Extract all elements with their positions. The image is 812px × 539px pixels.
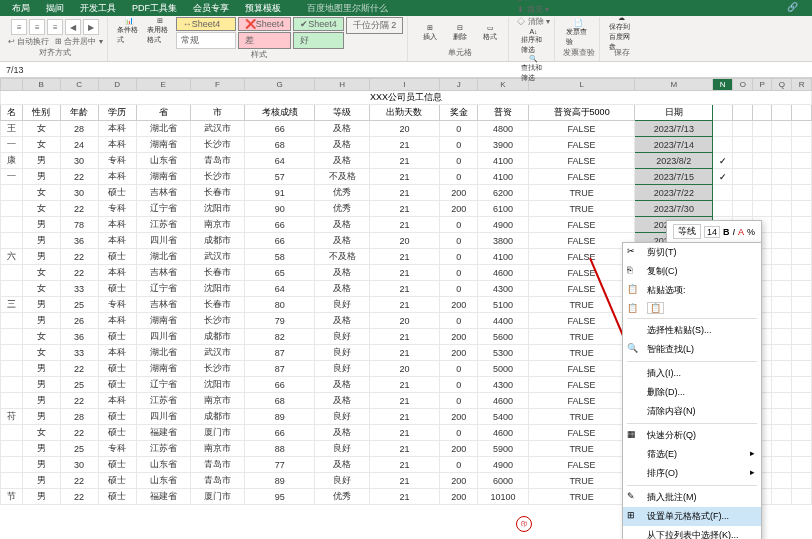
col-header[interactable]: I (369, 79, 439, 91)
cell[interactable]: 0 (440, 249, 478, 265)
cell[interactable]: 吉林省 (136, 265, 190, 281)
cell[interactable]: 长沙市 (190, 137, 244, 153)
sheet-tag[interactable]: ✔ Sheet4 (293, 17, 344, 31)
cell[interactable]: 4600 (478, 393, 529, 409)
cell[interactable]: 25 (60, 441, 98, 457)
cell[interactable]: 及格 (315, 425, 369, 441)
cell[interactable]: 男 (22, 441, 60, 457)
menu-item[interactable]: ⊞设置单元格格式(F)... (623, 507, 761, 526)
cell[interactable]: 一 (1, 169, 23, 185)
cell[interactable]: 辽宁省 (136, 201, 190, 217)
cell[interactable]: 5600 (478, 329, 529, 345)
cell[interactable]: 良好 (315, 297, 369, 313)
cell[interactable]: 湖北省 (136, 249, 190, 265)
cell[interactable] (1, 473, 23, 489)
cell[interactable]: 男 (22, 313, 60, 329)
cell[interactable]: 山东省 (136, 153, 190, 169)
insert-btn[interactable]: ⊞插入 (416, 19, 444, 47)
cell[interactable]: 22 (60, 265, 98, 281)
cell[interactable]: 山东省 (136, 473, 190, 489)
cell[interactable]: 88 (244, 441, 314, 457)
font-size[interactable]: 14 (704, 226, 720, 238)
cell[interactable]: 武汉市 (190, 249, 244, 265)
cell[interactable]: 0 (440, 169, 478, 185)
cell[interactable]: 本科 (98, 345, 136, 361)
paste-options[interactable]: 📋📋 (623, 300, 761, 316)
cell[interactable]: 4100 (478, 169, 529, 185)
cell[interactable]: TRUE (528, 329, 635, 345)
invoice-btn[interactable]: 📄发票查验 (565, 19, 593, 47)
cell[interactable]: 21 (369, 457, 439, 473)
cell[interactable]: FALSE (528, 137, 635, 153)
indent-inc-icon[interactable]: ▶ (83, 19, 99, 35)
cell[interactable]: 王 (1, 121, 23, 137)
italic-icon[interactable]: I (732, 227, 735, 237)
cell[interactable]: 及格 (315, 121, 369, 137)
cell[interactable]: 68 (244, 137, 314, 153)
cell[interactable]: 30 (60, 457, 98, 473)
cell[interactable]: 58 (244, 249, 314, 265)
cell[interactable]: 硕士 (98, 425, 136, 441)
cell[interactable]: 22 (60, 393, 98, 409)
bold-icon[interactable]: B (723, 227, 730, 237)
cell[interactable]: 长沙市 (190, 169, 244, 185)
menu-item[interactable]: 从下拉列表中选择(K)... (623, 526, 761, 539)
cell[interactable]: 20 (369, 233, 439, 249)
cell[interactable] (1, 329, 23, 345)
cell[interactable]: 硕士 (98, 329, 136, 345)
cell[interactable]: 87 (244, 361, 314, 377)
menu-item[interactable]: 📋粘贴选项: (623, 281, 761, 300)
cell[interactable]: 5400 (478, 409, 529, 425)
cell[interactable]: 22 (60, 361, 98, 377)
cell[interactable]: FALSE (528, 249, 635, 265)
indent-dec-icon[interactable]: ◀ (65, 19, 81, 35)
cell[interactable]: 0 (440, 457, 478, 473)
cell[interactable]: 长春市 (190, 297, 244, 313)
cell[interactable]: 21 (369, 473, 439, 489)
tab[interactable]: 会员专享 (185, 0, 237, 16)
cell[interactable]: 82 (244, 329, 314, 345)
style-good[interactable]: 好 (293, 32, 344, 49)
formula-bar[interactable]: 7/13 (0, 62, 812, 78)
cell[interactable]: 0 (440, 217, 478, 233)
cell[interactable]: 男 (22, 233, 60, 249)
cell[interactable]: 5100 (478, 297, 529, 313)
menu-item[interactable]: ✎插入批注(M) (623, 488, 761, 507)
cell[interactable]: 30 (60, 153, 98, 169)
menu-item[interactable]: 清除内容(N) (623, 402, 761, 421)
cell[interactable]: 4300 (478, 281, 529, 297)
save-cloud-btn[interactable]: ☁保存到百度网盘 (608, 19, 636, 47)
cell[interactable]: 22 (60, 249, 98, 265)
cell[interactable]: 200 (440, 409, 478, 425)
cell[interactable]: 200 (440, 185, 478, 201)
menu-item[interactable]: 插入(I)... (623, 364, 761, 383)
mini-toolbar[interactable]: 等线 14 B I A % (666, 220, 762, 243)
cell[interactable]: 本科 (98, 233, 136, 249)
cell[interactable]: 28 (60, 121, 98, 137)
cell[interactable]: 4900 (478, 217, 529, 233)
cell[interactable]: 女 (22, 281, 60, 297)
merge-btn[interactable]: ⊞ 合并居中 ▾ (55, 36, 102, 47)
percent-icon[interactable]: % (747, 227, 755, 237)
cell[interactable]: 湖北省 (136, 121, 190, 137)
cell[interactable]: 本科 (98, 393, 136, 409)
cell[interactable]: 4800 (478, 121, 529, 137)
cell[interactable]: 及格 (315, 457, 369, 473)
cell[interactable]: 22 (60, 473, 98, 489)
ribbon-hint[interactable]: 百度地图里尔斯什么 (299, 0, 396, 16)
cell[interactable]: 20 (369, 361, 439, 377)
cell[interactable]: FALSE (528, 217, 635, 233)
cell[interactable]: 男 (22, 169, 60, 185)
cell[interactable]: 良好 (315, 409, 369, 425)
cell[interactable]: 男 (22, 361, 60, 377)
cell[interactable]: 200 (440, 345, 478, 361)
style-bad[interactable]: 差 (238, 32, 292, 49)
col-header[interactable]: G (244, 79, 314, 91)
cell[interactable]: 专科 (98, 201, 136, 217)
cell[interactable]: 及格 (315, 313, 369, 329)
cell[interactable]: FALSE (528, 393, 635, 409)
cell[interactable]: TRUE (528, 409, 635, 425)
cell[interactable]: 男 (22, 249, 60, 265)
menu-item[interactable]: 排序(O)▸ (623, 464, 761, 483)
cell[interactable]: 及格 (315, 281, 369, 297)
